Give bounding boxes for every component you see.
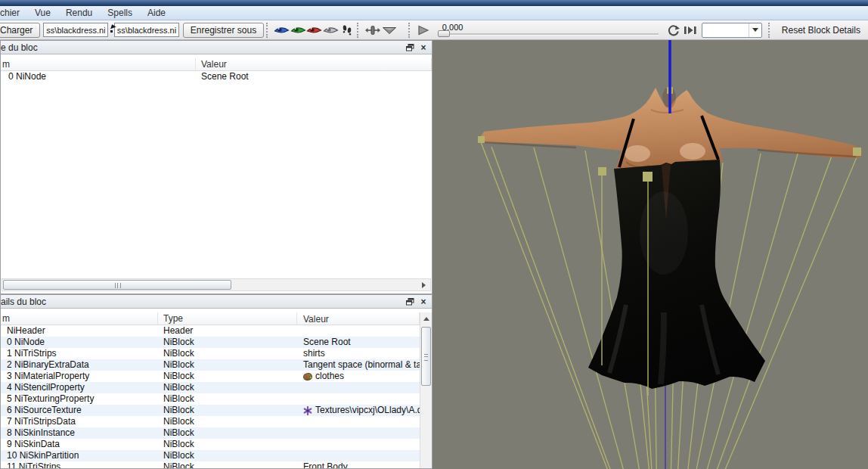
panel-title: e du bloc (1, 42, 38, 53)
save-as-button[interactable]: Enregistrer sous (183, 23, 264, 38)
menu-item-vue[interactable]: Vue (27, 6, 58, 20)
column-name[interactable]: m (1, 312, 158, 325)
left-dock: e du bloc × m Valeur 0 NiNode Scene Root (0, 40, 432, 469)
gray-eye-icon[interactable] (322, 23, 339, 38)
diamond-down-icon[interactable] (381, 23, 398, 38)
table-row[interactable]: 7 NiTriStripsData NiBlock (1, 416, 420, 427)
block-details-titlebar[interactable]: ails du bloc × (1, 295, 432, 309)
block-name: NiHeader (1, 325, 158, 337)
close-panel-icon[interactable]: × (418, 42, 429, 52)
block-type: NiBlock (158, 382, 297, 393)
block-name: 2 NiBinaryExtraData (1, 359, 158, 371)
slider-handle[interactable] (438, 30, 450, 37)
main-toolbar: Charger Enregistrer sous 0.000 (0, 20, 868, 40)
move-axis-widget-icon[interactable] (364, 23, 381, 38)
block-details-header[interactable]: m Type Valeur (1, 312, 420, 325)
block-type: NiBlock (158, 337, 297, 348)
block-name: 7 NiTriStripsData (1, 416, 158, 427)
file-path-input-1[interactable] (43, 23, 108, 37)
window-titlebar (0, 0, 868, 6)
close-panel-icon[interactable]: × (418, 297, 429, 306)
flower-icon (303, 406, 312, 415)
table-row[interactable]: 0 NiNode Scene Root (1, 71, 432, 82)
block-name: 5 NiTexturingProperty (1, 393, 158, 405)
column-name[interactable]: m (1, 58, 196, 70)
block-list-titlebar[interactable]: e du bloc × (1, 41, 432, 54)
panel-title: ails du bloc (1, 297, 46, 307)
block-name: 0 NiNode (1, 71, 196, 82)
block-value: Scene Root (303, 337, 351, 348)
column-value[interactable]: Valeur (297, 312, 420, 325)
table-row[interactable]: 2 NiBinaryExtraData NiBlock Tangent spac… (1, 359, 420, 371)
palette-icon (303, 373, 312, 380)
block-name: 8 NiSkinInstance (1, 427, 158, 439)
scrollbar-right-arrow[interactable] (418, 280, 429, 290)
float-panel-icon[interactable] (405, 42, 415, 52)
menu-item-chier[interactable]: chier (0, 6, 27, 20)
chevron-down-icon (749, 23, 761, 37)
block-type: NiBlock (158, 427, 297, 439)
block-name: 10 NiSkinPartition (1, 450, 158, 461)
scrollbar-up-arrow[interactable] (421, 313, 431, 324)
menu-item-aide[interactable]: Aide (140, 6, 173, 20)
vertical-scrollbar[interactable] (420, 312, 432, 468)
table-row[interactable]: 5 NiTexturingProperty NiBlock (1, 393, 420, 405)
block-type: NiBlock (158, 416, 297, 427)
frame-advance-icon[interactable] (682, 23, 699, 38)
red-eye-icon[interactable] (306, 23, 323, 38)
block-name: 0 NiNode (1, 337, 158, 348)
menu-item-rendu[interactable]: Rendu (58, 6, 100, 20)
animation-time-slider[interactable]: 0.000 (436, 22, 660, 39)
horizontal-scrollbar[interactable] (2, 278, 431, 291)
render-viewport[interactable] (432, 40, 868, 469)
file-path-input-2[interactable] (114, 23, 179, 37)
block-type: NiBlock (158, 348, 297, 359)
float-panel-icon[interactable] (405, 297, 415, 306)
footprints-icon[interactable] (339, 23, 355, 38)
field-splitter-handle[interactable] (108, 23, 113, 37)
table-row[interactable]: 1 NiTriStrips NiBlock shirts (1, 348, 420, 359)
table-row[interactable]: 6 NiSourceTexture NiBlock Textures\vipcx… (1, 405, 420, 416)
block-type: NiBlock (158, 461, 297, 468)
scene-3d-model (437, 40, 868, 469)
block-type: NiBlock (158, 405, 297, 416)
menu-item-spells[interactable]: Spells (100, 6, 140, 20)
toolbar-separator (768, 23, 773, 38)
load-button[interactable]: Charger (0, 23, 40, 38)
block-name: 11 NiTriStrips (1, 461, 158, 468)
scrollbar-thumb[interactable] (3, 280, 231, 290)
block-type: NiBlock (158, 450, 297, 461)
scrollbar-thumb[interactable] (421, 327, 431, 386)
block-details-panel: ails du bloc × m Type Valeur NiHeader He… (0, 294, 432, 469)
toolbar-separator (357, 23, 362, 38)
loop-icon[interactable] (666, 23, 683, 38)
table-row[interactable]: 4 NiStencilProperty NiBlock (1, 382, 420, 393)
block-type: NiBlock (158, 371, 297, 382)
green-eye-icon[interactable] (290, 23, 306, 38)
block-value: Tangent space (binormal & tan (303, 359, 420, 371)
block-value: Scene Root (196, 71, 432, 82)
table-row[interactable]: 0 NiNode NiBlock Scene Root (1, 337, 420, 348)
block-list-grid: m Valeur 0 NiNode Scene Root (1, 54, 432, 294)
block-value: Front Body (303, 461, 348, 468)
table-row[interactable]: 10 NiSkinPartition NiBlock (1, 450, 420, 461)
play-icon[interactable] (415, 23, 432, 38)
block-value: clothes (315, 371, 344, 382)
block-type: Header (158, 325, 297, 337)
animation-select[interactable] (702, 23, 763, 38)
table-row[interactable]: 8 NiSkinInstance NiBlock (1, 427, 420, 439)
table-row[interactable]: NiHeader Header (1, 325, 420, 337)
column-type[interactable]: Type (158, 312, 297, 325)
block-type: NiBlock (158, 393, 297, 405)
table-row[interactable]: 9 NiSkinData NiBlock (1, 439, 420, 450)
blue-eye-icon[interactable] (274, 23, 290, 38)
table-row[interactable]: 11 NiTriStrips NiBlock Front Body (1, 461, 420, 468)
column-value[interactable]: Valeur (196, 58, 432, 70)
slider-groove (438, 33, 659, 35)
block-list-panel: e du bloc × m Valeur 0 NiNode Scene Root (0, 40, 432, 294)
block-type: NiBlock (158, 359, 297, 371)
block-name: 6 NiSourceTexture (1, 405, 158, 416)
table-row[interactable]: 3 NiMaterialProperty NiBlock clothes (1, 371, 420, 382)
block-list-header[interactable]: m Valeur (1, 58, 432, 71)
reset-block-details-button[interactable]: Reset Block Details (776, 25, 866, 36)
